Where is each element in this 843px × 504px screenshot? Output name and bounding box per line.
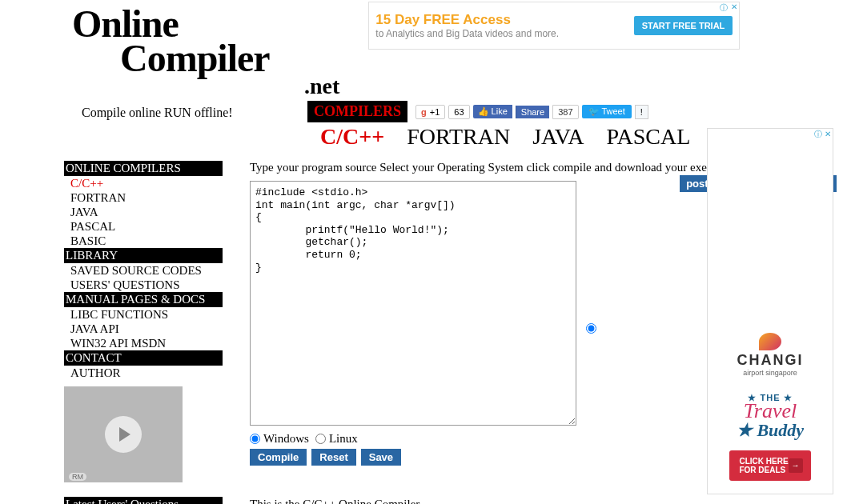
tab-fortran[interactable]: FORTRAN: [407, 124, 510, 150]
tweet-count: !: [635, 105, 648, 119]
sidebar-header-manual: MANUAL PAGES & DOCS: [64, 292, 223, 307]
sidebar-header-library: LIBRARY: [64, 248, 223, 263]
changi-brand: CHANGI: [737, 352, 804, 369]
google-plus-count: 63: [448, 105, 469, 119]
video-label: RM: [69, 473, 86, 481]
ad-cta-button[interactable]: START FREE TRIAL: [634, 16, 733, 35]
tab-c-cpp[interactable]: C/C++: [320, 124, 384, 150]
radio-linux[interactable]: [315, 434, 326, 444]
compile-button[interactable]: Compile: [250, 449, 307, 466]
label-linux: Linux: [329, 432, 358, 446]
description-line1: This is the C/C++ Online Compiler.: [250, 498, 837, 504]
tab-pascal[interactable]: PASCAL: [607, 124, 691, 150]
radio-windows[interactable]: [250, 434, 260, 444]
facebook-share-button[interactable]: Share: [516, 106, 549, 118]
facebook-count: 387: [552, 105, 578, 119]
ad-info-icon[interactable]: ⓘ: [814, 130, 822, 138]
ad-close-icon[interactable]: ✕: [825, 130, 831, 138]
radio-side[interactable]: [586, 323, 596, 334]
ad-info-icon[interactable]: ⓘ: [720, 2, 728, 14]
deals-button[interactable]: CLICK HEREFOR DEALS: [729, 450, 810, 481]
compilers-badge: COMPILERS: [307, 101, 407, 122]
travel-text: Travel: [744, 403, 797, 420]
social-buttons: g+1 63 👍 Like Share 387 🐦 Tweet !: [415, 105, 648, 119]
video-ad[interactable]: RM: [64, 386, 183, 482]
code-editor[interactable]: [250, 181, 576, 426]
top-banner-ad[interactable]: 15 Day FREE Access to Analytics and Big …: [368, 2, 740, 50]
changi-logo-icon: [759, 333, 781, 350]
play-icon: [105, 416, 142, 453]
site-logo[interactable]: Online Compiler .net: [72, 0, 339, 99]
ad-title: 15 Day FREE Access: [375, 12, 559, 28]
sidebar-header-compilers: ONLINE COMPILERS: [64, 161, 223, 176]
tab-java[interactable]: JAVA: [532, 124, 584, 150]
logo-line3: .net: [304, 74, 339, 99]
facebook-like-button[interactable]: 👍 Like: [473, 105, 512, 118]
right-sidebar-ad[interactable]: ⓘ ✕ CHANGI airport singapore ★ THE ★ Tra…: [707, 128, 833, 494]
save-button[interactable]: Save: [361, 449, 401, 466]
tweet-button[interactable]: 🐦 Tweet: [582, 105, 632, 118]
reset-button[interactable]: Reset: [311, 449, 355, 466]
buddy-text: ★ Buddy: [737, 420, 804, 441]
tagline: Compile online RUN offline!: [82, 106, 233, 120]
google-plus-button[interactable]: g+1: [415, 105, 445, 119]
label-windows: Windows: [263, 432, 309, 446]
sidebar-header-latest: Latest Users' Questions: [64, 497, 223, 504]
ad-subtitle: to Analytics and Big Data videos and mor…: [375, 28, 559, 39]
ad-close-icon[interactable]: ✕: [731, 2, 737, 11]
changi-subtitle: airport singapore: [743, 369, 797, 377]
sidebar-header-contact: CONTACT: [64, 350, 223, 366]
